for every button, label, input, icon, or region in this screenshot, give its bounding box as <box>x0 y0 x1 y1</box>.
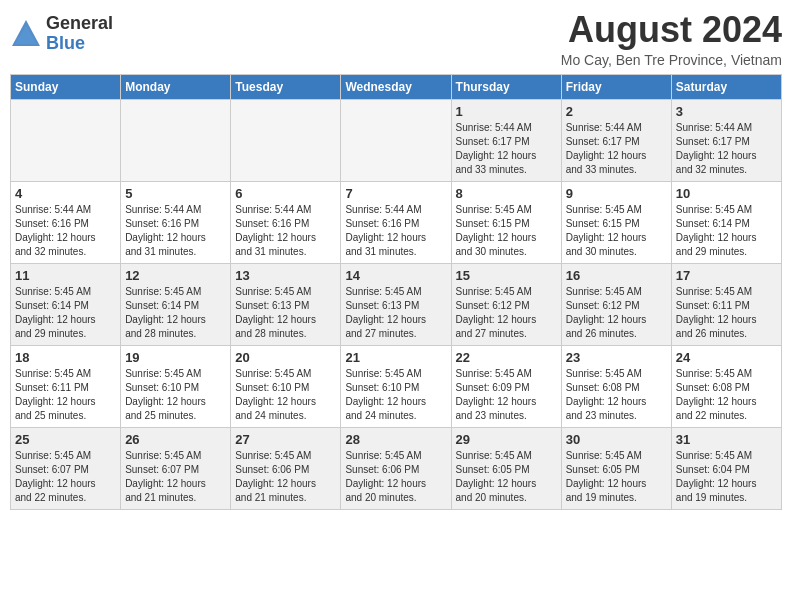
day-info: Sunrise: 5:45 AM Sunset: 6:13 PM Dayligh… <box>235 286 316 339</box>
day-info: Sunrise: 5:45 AM Sunset: 6:07 PM Dayligh… <box>15 450 96 503</box>
day-info: Sunrise: 5:44 AM Sunset: 6:16 PM Dayligh… <box>15 204 96 257</box>
calendar-cell: 11Sunrise: 5:45 AM Sunset: 6:14 PM Dayli… <box>11 263 121 345</box>
calendar-cell: 2Sunrise: 5:44 AM Sunset: 6:17 PM Daylig… <box>561 99 671 181</box>
calendar-week-row: 1Sunrise: 5:44 AM Sunset: 6:17 PM Daylig… <box>11 99 782 181</box>
calendar-cell: 16Sunrise: 5:45 AM Sunset: 6:12 PM Dayli… <box>561 263 671 345</box>
day-number: 2 <box>566 104 667 119</box>
day-number: 11 <box>15 268 116 283</box>
calendar-cell: 12Sunrise: 5:45 AM Sunset: 6:14 PM Dayli… <box>121 263 231 345</box>
day-number: 27 <box>235 432 336 447</box>
day-info: Sunrise: 5:45 AM Sunset: 6:14 PM Dayligh… <box>125 286 206 339</box>
day-number: 12 <box>125 268 226 283</box>
calendar-cell <box>11 99 121 181</box>
logo-icon <box>10 18 42 50</box>
month-title: August 2024 <box>561 10 782 50</box>
day-number: 19 <box>125 350 226 365</box>
calendar-cell: 3Sunrise: 5:44 AM Sunset: 6:17 PM Daylig… <box>671 99 781 181</box>
day-number: 23 <box>566 350 667 365</box>
calendar-header-row: SundayMondayTuesdayWednesdayThursdayFrid… <box>11 74 782 99</box>
calendar-cell: 17Sunrise: 5:45 AM Sunset: 6:11 PM Dayli… <box>671 263 781 345</box>
calendar-cell: 13Sunrise: 5:45 AM Sunset: 6:13 PM Dayli… <box>231 263 341 345</box>
day-info: Sunrise: 5:44 AM Sunset: 6:17 PM Dayligh… <box>566 122 647 175</box>
calendar-cell: 15Sunrise: 5:45 AM Sunset: 6:12 PM Dayli… <box>451 263 561 345</box>
logo-general-text: General <box>46 14 113 34</box>
calendar-cell: 28Sunrise: 5:45 AM Sunset: 6:06 PM Dayli… <box>341 427 451 509</box>
day-info: Sunrise: 5:45 AM Sunset: 6:06 PM Dayligh… <box>345 450 426 503</box>
calendar-cell: 20Sunrise: 5:45 AM Sunset: 6:10 PM Dayli… <box>231 345 341 427</box>
calendar-cell: 14Sunrise: 5:45 AM Sunset: 6:13 PM Dayli… <box>341 263 451 345</box>
day-number: 13 <box>235 268 336 283</box>
day-info: Sunrise: 5:45 AM Sunset: 6:09 PM Dayligh… <box>456 368 537 421</box>
day-info: Sunrise: 5:45 AM Sunset: 6:10 PM Dayligh… <box>235 368 316 421</box>
calendar-cell: 25Sunrise: 5:45 AM Sunset: 6:07 PM Dayli… <box>11 427 121 509</box>
day-header-friday: Friday <box>561 74 671 99</box>
day-header-sunday: Sunday <box>11 74 121 99</box>
calendar-cell: 23Sunrise: 5:45 AM Sunset: 6:08 PM Dayli… <box>561 345 671 427</box>
day-info: Sunrise: 5:45 AM Sunset: 6:12 PM Dayligh… <box>456 286 537 339</box>
location-title: Mo Cay, Ben Tre Province, Vietnam <box>561 52 782 68</box>
day-info: Sunrise: 5:44 AM Sunset: 6:17 PM Dayligh… <box>456 122 537 175</box>
day-info: Sunrise: 5:44 AM Sunset: 6:16 PM Dayligh… <box>235 204 316 257</box>
calendar-cell: 29Sunrise: 5:45 AM Sunset: 6:05 PM Dayli… <box>451 427 561 509</box>
calendar-cell: 27Sunrise: 5:45 AM Sunset: 6:06 PM Dayli… <box>231 427 341 509</box>
title-area: August 2024 Mo Cay, Ben Tre Province, Vi… <box>561 10 782 68</box>
day-number: 15 <box>456 268 557 283</box>
calendar-cell: 22Sunrise: 5:45 AM Sunset: 6:09 PM Dayli… <box>451 345 561 427</box>
logo-blue-text: Blue <box>46 34 113 54</box>
day-info: Sunrise: 5:45 AM Sunset: 6:05 PM Dayligh… <box>566 450 647 503</box>
calendar-week-row: 25Sunrise: 5:45 AM Sunset: 6:07 PM Dayli… <box>11 427 782 509</box>
calendar-cell <box>231 99 341 181</box>
day-number: 24 <box>676 350 777 365</box>
day-number: 5 <box>125 186 226 201</box>
day-number: 14 <box>345 268 446 283</box>
day-number: 7 <box>345 186 446 201</box>
day-info: Sunrise: 5:45 AM Sunset: 6:11 PM Dayligh… <box>676 286 757 339</box>
day-info: Sunrise: 5:44 AM Sunset: 6:16 PM Dayligh… <box>125 204 206 257</box>
calendar-cell: 21Sunrise: 5:45 AM Sunset: 6:10 PM Dayli… <box>341 345 451 427</box>
day-info: Sunrise: 5:45 AM Sunset: 6:10 PM Dayligh… <box>125 368 206 421</box>
calendar-cell: 26Sunrise: 5:45 AM Sunset: 6:07 PM Dayli… <box>121 427 231 509</box>
day-info: Sunrise: 5:45 AM Sunset: 6:08 PM Dayligh… <box>566 368 647 421</box>
day-number: 25 <box>15 432 116 447</box>
day-number: 9 <box>566 186 667 201</box>
calendar-week-row: 11Sunrise: 5:45 AM Sunset: 6:14 PM Dayli… <box>11 263 782 345</box>
calendar-cell: 9Sunrise: 5:45 AM Sunset: 6:15 PM Daylig… <box>561 181 671 263</box>
day-number: 16 <box>566 268 667 283</box>
day-header-wednesday: Wednesday <box>341 74 451 99</box>
calendar-cell: 19Sunrise: 5:45 AM Sunset: 6:10 PM Dayli… <box>121 345 231 427</box>
day-info: Sunrise: 5:45 AM Sunset: 6:14 PM Dayligh… <box>15 286 96 339</box>
day-number: 26 <box>125 432 226 447</box>
calendar-cell: 8Sunrise: 5:45 AM Sunset: 6:15 PM Daylig… <box>451 181 561 263</box>
calendar-cell: 10Sunrise: 5:45 AM Sunset: 6:14 PM Dayli… <box>671 181 781 263</box>
calendar-table: SundayMondayTuesdayWednesdayThursdayFrid… <box>10 74 782 510</box>
calendar-week-row: 18Sunrise: 5:45 AM Sunset: 6:11 PM Dayli… <box>11 345 782 427</box>
day-number: 31 <box>676 432 777 447</box>
page-header: General Blue August 2024 Mo Cay, Ben Tre… <box>10 10 782 68</box>
day-number: 18 <box>15 350 116 365</box>
day-info: Sunrise: 5:45 AM Sunset: 6:12 PM Dayligh… <box>566 286 647 339</box>
day-header-thursday: Thursday <box>451 74 561 99</box>
calendar-cell: 24Sunrise: 5:45 AM Sunset: 6:08 PM Dayli… <box>671 345 781 427</box>
day-info: Sunrise: 5:45 AM Sunset: 6:14 PM Dayligh… <box>676 204 757 257</box>
calendar-cell: 18Sunrise: 5:45 AM Sunset: 6:11 PM Dayli… <box>11 345 121 427</box>
day-number: 28 <box>345 432 446 447</box>
day-header-saturday: Saturday <box>671 74 781 99</box>
calendar-week-row: 4Sunrise: 5:44 AM Sunset: 6:16 PM Daylig… <box>11 181 782 263</box>
calendar-cell: 6Sunrise: 5:44 AM Sunset: 6:16 PM Daylig… <box>231 181 341 263</box>
day-number: 22 <box>456 350 557 365</box>
day-number: 8 <box>456 186 557 201</box>
day-info: Sunrise: 5:45 AM Sunset: 6:05 PM Dayligh… <box>456 450 537 503</box>
calendar-cell: 1Sunrise: 5:44 AM Sunset: 6:17 PM Daylig… <box>451 99 561 181</box>
day-info: Sunrise: 5:45 AM Sunset: 6:13 PM Dayligh… <box>345 286 426 339</box>
calendar-cell: 5Sunrise: 5:44 AM Sunset: 6:16 PM Daylig… <box>121 181 231 263</box>
day-number: 4 <box>15 186 116 201</box>
day-number: 6 <box>235 186 336 201</box>
calendar-cell: 4Sunrise: 5:44 AM Sunset: 6:16 PM Daylig… <box>11 181 121 263</box>
calendar-cell: 31Sunrise: 5:45 AM Sunset: 6:04 PM Dayli… <box>671 427 781 509</box>
logo: General Blue <box>10 14 113 54</box>
day-info: Sunrise: 5:45 AM Sunset: 6:11 PM Dayligh… <box>15 368 96 421</box>
day-info: Sunrise: 5:45 AM Sunset: 6:07 PM Dayligh… <box>125 450 206 503</box>
calendar-cell <box>121 99 231 181</box>
day-info: Sunrise: 5:45 AM Sunset: 6:10 PM Dayligh… <box>345 368 426 421</box>
day-info: Sunrise: 5:45 AM Sunset: 6:06 PM Dayligh… <box>235 450 316 503</box>
